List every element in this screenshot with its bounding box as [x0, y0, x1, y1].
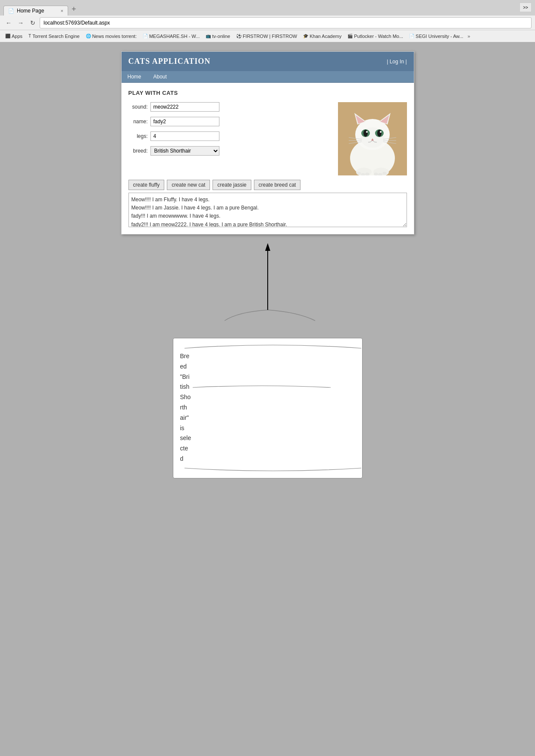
apps-bookmark-label: Apps [12, 34, 22, 39]
bookmark-khan[interactable]: 🎓 Khan Academy [301, 33, 343, 40]
tooltip-d-word: d [180, 455, 184, 462]
legs-input[interactable] [150, 131, 219, 141]
firstrow-icon: ⚽ [236, 34, 241, 38]
create-breed-cat-button[interactable]: create breed cat [254, 180, 301, 190]
firstrow-label: FIRSTROW | FIRSTROW [243, 34, 297, 39]
nav-home[interactable]: Home [122, 71, 147, 82]
tooltip-sele-word: sele [180, 434, 191, 441]
cat-image-container [338, 102, 407, 175]
tooltip-british-quote: "Bri [180, 373, 190, 380]
megashare-label: MEGASHARE.SH - W... [149, 34, 200, 39]
tooltip-ed-word: ed [180, 363, 187, 370]
tab-close-button[interactable]: × [61, 8, 63, 13]
app-title: Cats Application [128, 57, 211, 66]
create-jassie-button[interactable]: create jassie [213, 180, 251, 190]
section-title: PLAY WITH CATS [128, 90, 407, 96]
tooltip-air-word: air" [180, 414, 189, 421]
bookmark-apps[interactable]: ⬛ Apps [3, 33, 24, 40]
extensions-button[interactable]: >> [519, 3, 532, 12]
tooltip-top-bracket [180, 342, 366, 350]
page-content: Cats Application | Log In | Home About P… [0, 43, 535, 496]
app-nav: Home About [122, 71, 414, 83]
tvonline-label: tv-online [212, 34, 230, 39]
tvonline-icon: 📺 [206, 34, 211, 38]
name-row: name: [128, 117, 334, 126]
name-input[interactable] [150, 117, 219, 126]
svg-point-12 [377, 130, 382, 137]
apps-bookmark-icon: ⬛ [5, 34, 10, 38]
legs-label: legs: [128, 133, 148, 139]
main-content: PLAY WITH CATS sound: name: [122, 83, 414, 234]
tooltip-rth-word: rth [180, 404, 187, 411]
bookmark-putlocker[interactable]: 🎬 Putlocker - Watch Mo... [346, 33, 405, 40]
browser-controls: ← → ↻ [0, 16, 535, 30]
output-area[interactable]: Meow!!!! I am Fluffy. I have 4 legs. Meo… [128, 193, 407, 227]
tab-bar: 📄 Home Page × + >> [0, 0, 535, 16]
tooltip-content: Bre ed "Bri tish Sho rth air" is sele ct… [180, 351, 355, 464]
name-label: name: [128, 119, 148, 125]
bookmarks-bar: ⬛ Apps T Torrent Search Engine 🌐 News mo… [0, 30, 535, 42]
create-fluffy-button[interactable]: create fluffy [128, 180, 165, 190]
address-bar[interactable] [40, 17, 532, 28]
sound-input[interactable] [150, 102, 219, 112]
tab-label: Home Page [17, 8, 44, 14]
news-bookmark-label: News movies torrent: [92, 34, 137, 39]
output-line-3: fady!!! I am meowwwww. I have 4 legs. [131, 212, 404, 220]
segi-icon: 📄 [409, 34, 414, 38]
output-line-1: Meow!!!! I am Fluffy. I have 4 legs. [131, 196, 404, 204]
putlocker-label: Putlocker - Watch Mo... [354, 34, 403, 39]
bookmark-segi[interactable]: 📄 SEGI University - Aw... [407, 33, 465, 40]
breed-select[interactable]: British Shorthair Bengal Persian Siamese… [150, 146, 219, 156]
more-bookmarks[interactable]: » [468, 34, 470, 39]
bookmark-firstrow[interactable]: ⚽ FIRSTROW | FIRSTROW [235, 33, 299, 40]
create-new-cat-button[interactable]: create new cat [167, 180, 210, 190]
output-line-2: Meow!!!! I am Jassie. I have 4 legs. I a… [131, 204, 404, 212]
back-button[interactable]: ← [3, 18, 14, 28]
bookmark-news[interactable]: 🌐 News movies torrent: [84, 33, 138, 40]
refresh-button[interactable]: ↻ [28, 18, 38, 28]
tooltip-cte-word: cte [180, 445, 188, 452]
bookmark-torrent[interactable]: T Torrent Search Engine [27, 33, 81, 40]
svg-point-23 [357, 172, 361, 175]
svg-point-10 [366, 131, 368, 133]
active-tab[interactable]: 📄 Home Page × [3, 6, 68, 16]
form-area: sound: name: legs: breed: [128, 102, 407, 175]
legs-row: legs: [128, 131, 334, 141]
khan-label: Khan Academy [310, 34, 341, 39]
annotation-arrow [203, 243, 332, 338]
form-fields: sound: name: legs: breed: [128, 102, 334, 175]
app-container: Cats Application | Log In | Home About P… [121, 51, 414, 234]
annotation-tooltip: Bre ed "Bri tish Sho rth air" is sele ct… [173, 338, 363, 478]
app-header: Cats Application | Log In | [122, 52, 414, 71]
putlocker-icon: 🎬 [347, 34, 353, 38]
nav-about[interactable]: About [147, 71, 173, 82]
tooltip-sho-word: Sho [180, 394, 191, 400]
tab-page-icon: 📄 [8, 8, 14, 14]
cat-illustration [338, 102, 407, 175]
tooltip-bottom-bracket [180, 466, 366, 475]
tooltip-tish-word: tish [180, 383, 190, 390]
forward-button[interactable]: → [16, 18, 26, 28]
megashare-icon: 📄 [143, 34, 148, 38]
torrent-bookmark-icon: T [28, 34, 31, 38]
cat-image [338, 102, 407, 175]
khan-icon: 🎓 [303, 34, 308, 38]
bookmark-megashare[interactable]: 📄 MEGASHARE.SH - W... [141, 33, 201, 40]
breed-label: breed: [128, 148, 148, 154]
bookmark-tvonline[interactable]: 📺 tv-online [204, 33, 232, 40]
breed-row: breed: British Shorthair Bengal Persian … [128, 146, 334, 156]
news-bookmark-icon: 🌐 [86, 34, 91, 38]
new-tab-button[interactable]: + [68, 3, 80, 16]
segi-label: SEGI University - Aw... [416, 34, 463, 39]
annotation-area: Bre ed "Bri tish Sho rth air" is sele ct… [9, 234, 526, 487]
svg-point-28 [382, 172, 387, 175]
torrent-bookmark-label: Torrent Search Engine [32, 34, 79, 39]
svg-point-9 [363, 130, 368, 137]
tooltip-breed-word: Bre [180, 353, 190, 359]
svg-marker-30 [265, 243, 270, 251]
browser-chrome: 📄 Home Page × + >> ← → ↻ ⬛ Apps T Torren… [0, 0, 535, 43]
login-link[interactable]: | Log In | [387, 59, 407, 65]
sound-label: sound: [128, 104, 148, 110]
svg-point-13 [380, 131, 382, 133]
buttons-row: create fluffy create new cat create jass… [128, 180, 407, 190]
